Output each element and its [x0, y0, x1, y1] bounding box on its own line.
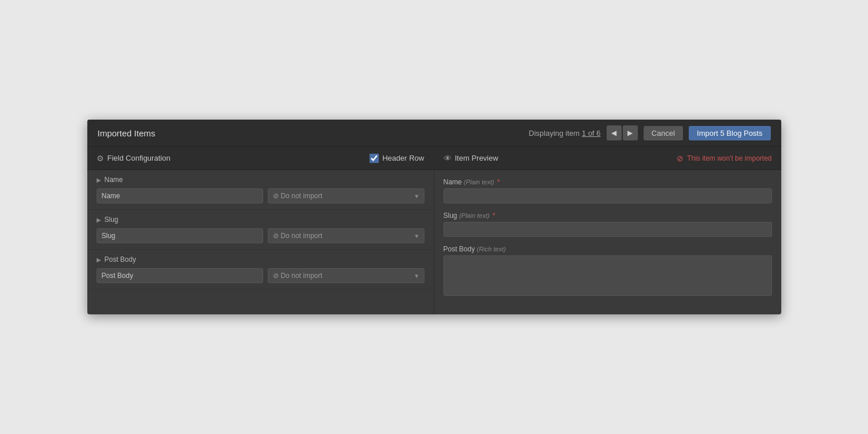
field-post-body-label: ▶ Post Body: [97, 255, 424, 264]
import-button[interactable]: Import 5 Blog Posts: [689, 126, 770, 140]
cancel-button[interactable]: Cancel: [644, 126, 683, 140]
displaying-text: Displaying item 1 of 6: [529, 129, 600, 138]
field-post-body-row: ⊘ Do not import Name Slug Post Body ▼: [97, 268, 424, 283]
slug-field-input[interactable]: [97, 228, 264, 243]
header-row-checkbox[interactable]: [370, 154, 379, 163]
header-right: Displaying item 1 of 6 ◀ ▶ Cancel Import…: [529, 125, 770, 140]
preview-post-body-textarea[interactable]: [444, 255, 772, 296]
name-field-select[interactable]: ⊘ Do not import Name Slug Post Body: [268, 188, 424, 203]
arrow-icon: ▶: [97, 177, 101, 183]
field-section-slug: ▶ Slug ⊘ Do not import Name Slug Post Bo…: [87, 210, 434, 250]
slug-select-wrapper: ⊘ Do not import Name Slug Post Body ▼: [268, 228, 424, 243]
nav-buttons: ◀ ▶: [607, 125, 638, 140]
left-panel-header: ⚙ Field Configuration Header Row: [87, 147, 434, 170]
arrow-icon: ▶: [97, 217, 101, 223]
next-nav-button[interactable]: ▶: [623, 125, 638, 140]
field-config-label: ⚙ Field Configuration: [97, 154, 171, 163]
field-name-row: ⊘ Do not import Name Slug Post Body ▼: [97, 188, 424, 203]
preview-name-field: Name (Plain text) *: [444, 178, 772, 203]
arrow-icon: ▶: [97, 257, 101, 263]
field-name-label: ▶ Name: [97, 176, 424, 184]
item-page-link[interactable]: 1 of 6: [582, 129, 601, 138]
slug-field-select[interactable]: ⊘ Do not import Name Slug Post Body: [268, 228, 424, 243]
field-section-post-body: ▶ Post Body ⊘ Do not import Name Slug Po…: [87, 250, 434, 290]
preview-slug-input[interactable]: [444, 222, 772, 237]
imported-items-modal: Imported Items Displaying item 1 of 6 ◀ …: [87, 120, 781, 314]
preview-name-input[interactable]: [444, 188, 772, 203]
preview-slug-field: Slug (Plain text) *: [444, 212, 772, 237]
post-body-field-input[interactable]: [97, 268, 264, 283]
preview-name-label: Name (Plain text) *: [444, 178, 772, 186]
right-panel-header: 👁 Item Preview ⊘ This item won't be impo…: [434, 147, 781, 170]
field-slug-row: ⊘ Do not import Name Slug Post Body ▼: [97, 228, 424, 243]
post-body-select-wrapper: ⊘ Do not import Name Slug Post Body ▼: [268, 268, 424, 283]
right-panel: 👁 Item Preview ⊘ This item won't be impo…: [434, 147, 781, 314]
warn-text: ⊘ This item won't be imported: [677, 154, 771, 163]
name-select-wrapper: ⊘ Do not import Name Slug Post Body ▼: [268, 188, 424, 203]
preview-slug-label: Slug (Plain text) *: [444, 212, 772, 220]
right-panel-content: Name (Plain text) * Slug (Plain text) *: [434, 170, 781, 314]
name-field-input[interactable]: [97, 188, 264, 203]
modal-title: Imported Items: [98, 128, 156, 138]
modal-body: ⚙ Field Configuration Header Row ▶ Name: [87, 147, 781, 314]
warn-icon: ⊘: [677, 154, 684, 163]
gear-icon: ⚙: [97, 154, 104, 163]
left-panel: ⚙ Field Configuration Header Row ▶ Name: [87, 147, 434, 314]
field-section-name: ▶ Name ⊘ Do not import Name Slug Post Bo…: [87, 170, 434, 210]
preview-post-body-label: Post Body (Rich text): [444, 245, 772, 253]
item-preview-label: 👁 Item Preview: [444, 154, 498, 163]
prev-nav-button[interactable]: ◀: [607, 125, 622, 140]
post-body-field-select[interactable]: ⊘ Do not import Name Slug Post Body: [268, 268, 424, 283]
eye-icon: 👁: [444, 154, 452, 163]
field-slug-label: ▶ Slug: [97, 216, 424, 224]
modal-header: Imported Items Displaying item 1 of 6 ◀ …: [87, 120, 781, 147]
preview-post-body-field: Post Body (Rich text): [444, 245, 772, 298]
header-row-checkbox-label[interactable]: Header Row: [370, 154, 424, 163]
